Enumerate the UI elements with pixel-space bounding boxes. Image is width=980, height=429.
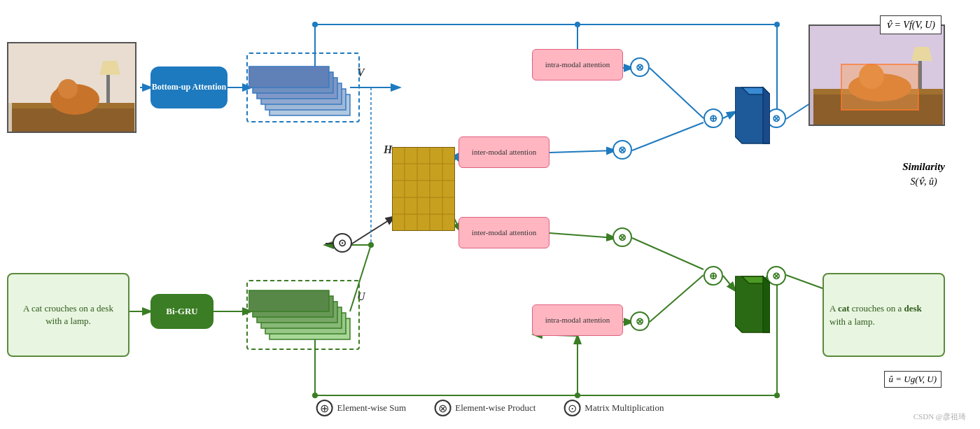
formula-similarity: Similarity S(v̂, û) xyxy=(902,161,945,188)
svg-line-18 xyxy=(350,217,394,245)
bi-gru-box: Bi-GRU xyxy=(150,294,214,329)
inter-modal-attention-bottom: inter-modal attention xyxy=(458,217,550,248)
h-label: H xyxy=(384,143,392,156)
result-bar-bottom-svg xyxy=(735,273,770,336)
sum-symbol: ⊕ xyxy=(316,400,333,416)
svg-point-43 xyxy=(368,242,374,248)
h-matrix-svg xyxy=(392,147,455,231)
svg-point-51 xyxy=(58,79,78,99)
legend-product-label: Element-wise Product xyxy=(455,402,536,414)
v-stack-svg xyxy=(248,56,354,119)
legend: ⊕ Element-wise Sum ⊗ Element-wise Produc… xyxy=(316,400,664,416)
cat-query-text: A cat crouches on a desk with a lamp. xyxy=(14,302,122,328)
svg-line-8 xyxy=(632,122,704,150)
svg-rect-59 xyxy=(248,66,329,87)
v-label: V xyxy=(357,66,365,79)
result-bar-top xyxy=(735,84,770,150)
svg-point-38 xyxy=(575,22,580,27)
svg-rect-65 xyxy=(248,290,329,311)
svg-rect-89 xyxy=(918,61,922,89)
result-image-svg xyxy=(810,26,945,126)
svg-point-40 xyxy=(312,393,318,398)
svg-line-27 xyxy=(632,238,704,269)
legend-sum: ⊕ Element-wise Sum xyxy=(316,400,407,416)
x-operator-inter-top: ⊗ xyxy=(612,140,632,160)
svg-line-26 xyxy=(650,275,704,322)
svg-line-28 xyxy=(723,276,735,290)
svg-rect-66 xyxy=(392,147,455,231)
legend-matrix: ⊙ Matrix Multiplication xyxy=(564,400,664,416)
legend-product: ⊗ Element-wise Product xyxy=(434,400,536,416)
result-cat-image xyxy=(808,24,945,126)
x-operator-inter-bottom: ⊗ xyxy=(612,227,632,247)
intra-modal-attention-top: intra-modal attention xyxy=(532,49,623,80)
result-bar-bottom xyxy=(735,273,770,339)
svg-point-42 xyxy=(774,393,780,398)
cat-image-svg xyxy=(8,43,136,133)
bottom-up-attention-label: Bottom-up Attention xyxy=(152,82,226,93)
svg-line-5 xyxy=(550,150,615,153)
product-symbol: ⊗ xyxy=(434,400,451,416)
svg-marker-78 xyxy=(763,87,770,143)
x-operator-intra-bottom: ⊗ xyxy=(630,311,650,331)
svg-line-20 xyxy=(550,233,615,238)
legend-matrix-label: Matrix Multiplication xyxy=(584,402,664,414)
h-matrix xyxy=(392,147,455,234)
plus-operator-bottom: ⊕ xyxy=(704,266,723,286)
intra-modal-attention-bottom: intra-modal attention xyxy=(532,304,623,336)
u-feature-stack xyxy=(248,280,354,346)
u-label: U xyxy=(357,290,365,303)
x-operator-intra-top: ⊗ xyxy=(630,57,650,77)
svg-rect-88 xyxy=(841,64,918,110)
legend-sum-label: Element-wise Sum xyxy=(337,402,407,414)
svg-marker-90 xyxy=(911,47,932,61)
v-feature-stack xyxy=(248,56,354,122)
text-caption-input: A cat crouches on a desk with a lamp. xyxy=(7,273,130,357)
k-label: K xyxy=(306,235,314,246)
result-text-box: A cat crouches on a desk with a lamp. xyxy=(822,273,945,357)
svg-marker-81 xyxy=(763,276,770,332)
formula-u: û = Ug(V, U) xyxy=(884,371,941,388)
bi-gru-label: Bi-GRU xyxy=(166,306,198,317)
k-box: K xyxy=(300,231,319,251)
svg-point-39 xyxy=(774,22,780,27)
svg-rect-52 xyxy=(106,75,110,103)
watermark: CSDN @彦祖琦 xyxy=(913,412,966,422)
bottom-up-attention-box: Bottom-up Attention xyxy=(150,66,227,108)
result-text: A cat crouches on a desk with a lamp. xyxy=(830,302,938,329)
svg-point-37 xyxy=(312,22,318,27)
dot-operator: ⊙ xyxy=(332,233,352,253)
plus-operator-top: ⊕ xyxy=(704,108,723,128)
svg-line-9 xyxy=(723,112,735,118)
svg-line-7 xyxy=(650,68,704,118)
matrix-symbol: ⊙ xyxy=(564,400,580,416)
formula-v: v̂ = Vf(V, U) xyxy=(880,15,941,34)
svg-marker-53 xyxy=(99,61,120,75)
input-cat-image xyxy=(7,42,136,133)
result-bar-top-svg xyxy=(735,84,770,147)
inter-modal-attention-top: inter-modal attention xyxy=(458,136,550,168)
diagram-container: Bottom-up Attention V U xyxy=(0,0,980,429)
u-stack-svg xyxy=(248,280,354,343)
svg-point-41 xyxy=(575,393,580,398)
